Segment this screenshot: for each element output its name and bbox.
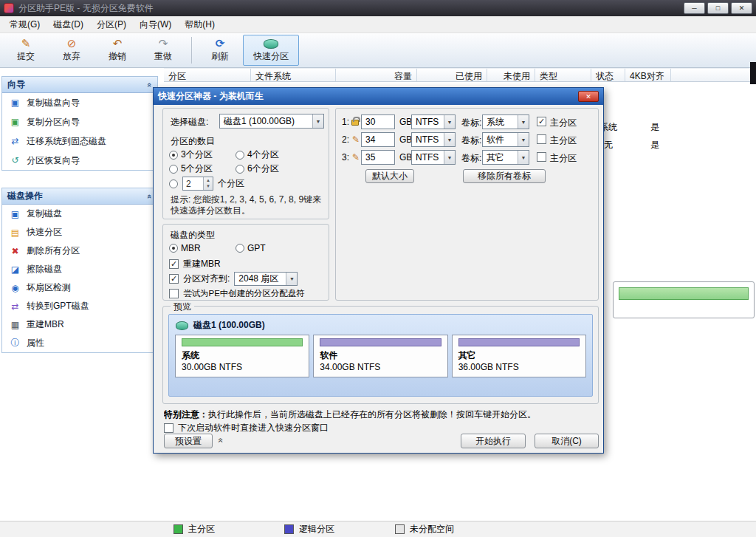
align-checkbox[interactable]: ✓ — [169, 274, 179, 284]
menu-help[interactable]: 帮助(H) — [178, 16, 221, 33]
sidebar-item-rebuild-mbr[interactable]: ▦ 重建MBR — [2, 315, 157, 334]
count-4-radio[interactable] — [236, 151, 244, 160]
column-header-capacity[interactable]: 容量 — [336, 69, 417, 81]
menu-wizard[interactable]: 向导(W) — [133, 16, 178, 33]
count-row-1: 3个分区 4个分区 — [169, 148, 302, 161]
chevron-down-icon: ▼ — [444, 115, 455, 129]
primary-checkbox[interactable]: ✓ — [537, 117, 546, 126]
preset-button[interactable]: 预设置 — [164, 434, 213, 448]
sidebar-item-copy-disk-wizard[interactable]: ▣ 复制磁盘向导 — [2, 93, 157, 112]
gpt-radio[interactable] — [236, 244, 244, 253]
sidebar-item-convert-gpt[interactable]: ⇄ 转换到GPT磁盘 — [2, 297, 157, 315]
disk-graph-box[interactable] — [613, 281, 755, 318]
undo-button[interactable]: ↶ 撤销 — [94, 35, 140, 66]
start-button[interactable]: 开始执行 — [461, 434, 526, 448]
disk-graph-partition-bar[interactable] — [619, 287, 749, 300]
minimize-button[interactable]: ─ — [684, 2, 705, 14]
chevron-down-icon: ▼ — [444, 151, 455, 164]
remove-all-labels-button[interactable]: 移除所有卷标 — [463, 169, 546, 183]
quick-partition-button[interactable]: 快速分区 — [243, 35, 299, 66]
column-header-type[interactable]: 类型 — [535, 69, 591, 81]
spinner-arrows[interactable]: ▲ ▼ — [203, 177, 213, 190]
disk-type-group: 磁盘的类型 MBR GPT ✓ 重建MBR ✓ 分区对齐到: 2048 扇区 — [162, 224, 329, 301]
volume-label-value: 系统 — [487, 116, 504, 129]
volume-label-select[interactable]: 其它 ▼ — [482, 150, 529, 165]
check-icon: ✓ — [538, 117, 545, 126]
preview-partition-other[interactable]: 其它 36.00GB NTFS — [452, 335, 586, 377]
app-logo-icon — [4, 3, 14, 13]
submit-button[interactable]: ✎ 提交 — [3, 35, 49, 66]
size-input[interactable]: 35 — [361, 150, 395, 165]
menu-disk[interactable]: 磁盘(D) — [47, 16, 90, 33]
lock-icon — [351, 120, 359, 126]
discard-icon: ⊘ — [67, 38, 77, 49]
sidebar-item-partition-recovery[interactable]: ↺ 分区恢复向导 — [2, 151, 157, 170]
collapse-icon[interactable]: « — [145, 82, 154, 86]
filesystem-select[interactable]: NTFS ▼ — [411, 150, 456, 165]
align-select[interactable]: 2048 扇区 ▼ — [234, 272, 298, 286]
volume-label-select[interactable]: 软件 ▼ — [482, 132, 529, 147]
count-6-radio[interactable] — [236, 165, 244, 174]
disk-select[interactable]: 磁盘1 (100.00GB) ▼ — [219, 114, 324, 129]
wizard-panel-header[interactable]: 向导 « — [2, 77, 157, 93]
size-input[interactable]: 30 — [361, 114, 395, 129]
maximize-button[interactable]: □ — [707, 2, 729, 14]
partition-row-2: 2: ✎ 34 GB NTFS ▼ 卷标: 软件 ▼ 主分区 — [336, 132, 598, 147]
sidebar-item-properties[interactable]: ⓘ 属性 — [2, 334, 157, 352]
redo-button[interactable]: ↷ 重做 — [140, 35, 186, 66]
spinner-down-icon[interactable]: ▼ — [204, 183, 213, 189]
filesystem-select[interactable]: NTFS ▼ — [411, 132, 456, 147]
cancel-button[interactable]: 取消(C) — [535, 434, 599, 448]
column-header-unused[interactable]: 未使用 — [487, 69, 535, 81]
menu-general[interactable]: 常规(G) — [3, 16, 47, 33]
gpt-label: GPT — [247, 243, 302, 253]
default-size-button[interactable]: 默认大小 — [365, 169, 414, 183]
dialog-titlebar[interactable]: 快速分区神器 - 为装机而生 ✕ — [154, 88, 603, 105]
rebuild-mbr-checkbox[interactable]: ✓ — [169, 259, 179, 269]
refresh-button[interactable]: ⟳ 刷新 — [197, 35, 243, 66]
disk-operations-panel-header[interactable]: 磁盘操作 « — [2, 188, 157, 205]
sidebar-item-copy-disk[interactable]: ▣ 复制磁盘 — [2, 205, 157, 223]
volume-label-value: 其它 — [487, 151, 504, 164]
partition-color-bar — [182, 338, 303, 346]
column-header-status[interactable]: 状态 — [591, 69, 625, 81]
primary-checkbox[interactable] — [537, 134, 546, 144]
volume-label-select[interactable]: 系统 ▼ — [482, 114, 529, 129]
size-value: 34 — [365, 134, 375, 145]
column-header-used[interactable]: 已使用 — [417, 69, 487, 81]
count-5-radio[interactable] — [169, 165, 178, 174]
preview-partition-system[interactable]: 系统 30.00GB NTFS — [175, 335, 309, 377]
close-button[interactable]: ✕ — [731, 2, 752, 14]
filesystem-select[interactable]: NTFS ▼ — [411, 114, 456, 129]
sidebar-item-migrate-os[interactable]: ⇄ 迁移系统到固态磁盘 — [2, 131, 157, 151]
partition-name: 其它 — [458, 349, 580, 362]
sidebar-item-quick-partition[interactable]: ▤ 快速分区 — [2, 223, 157, 242]
count-custom-radio[interactable] — [169, 179, 178, 188]
sidebar-item-delete-all-partitions[interactable]: ✖ 删除所有分区 — [2, 242, 157, 260]
column-header-4kb-aligned[interactable]: 4KB对齐 — [625, 69, 671, 81]
count-custom-spinner[interactable]: 2 ▲ ▼ — [182, 177, 213, 191]
collapse-chevrons-icon[interactable]: « — [216, 438, 226, 443]
discard-button[interactable]: ⊘ 放弃 — [49, 35, 94, 66]
count-3-radio[interactable] — [169, 151, 178, 160]
primary-checkbox[interactable] — [537, 152, 546, 162]
column-header-filesystem[interactable]: 文件系统 — [251, 69, 336, 81]
size-input[interactable]: 34 — [361, 132, 395, 147]
sidebar-item-bad-sector-test[interactable]: ◉ 坏扇区检测 — [2, 278, 157, 297]
sidebar-item-label: 迁移系统到固态磁盘 — [27, 135, 106, 148]
dialog-close-button[interactable]: ✕ — [578, 91, 599, 102]
primary-label: 主分区 — [550, 117, 577, 129]
column-header-partition[interactable]: 分区 — [164, 69, 251, 81]
sidebar-item-wipe-disk[interactable]: ◪ 擦除磁盘 — [2, 260, 157, 278]
close-icon: ✕ — [739, 4, 745, 12]
next-start-checkbox[interactable] — [164, 423, 173, 433]
pe-letter-checkbox[interactable] — [169, 289, 179, 298]
sidebar-item-copy-partition-wizard[interactable]: ▣ 复制分区向导 — [2, 112, 157, 131]
spinner-up-icon[interactable]: ▲ — [204, 177, 213, 183]
menu-partition[interactable]: 分区(P) — [90, 16, 133, 33]
hint-text: 提示: 您能按1, 2, 3, 4, 5, 6, 7, 8, 9键来快速选择分区… — [171, 194, 323, 216]
sidebar-item-label: 转换到GPT磁盘 — [27, 300, 89, 312]
preview-group: 预览 磁盘1 (100.00GB) 系统 30.00GB NTFS — [162, 306, 599, 404]
preview-partition-software[interactable]: 软件 34.00GB NTFS — [313, 335, 447, 377]
mbr-radio[interactable] — [169, 244, 178, 253]
